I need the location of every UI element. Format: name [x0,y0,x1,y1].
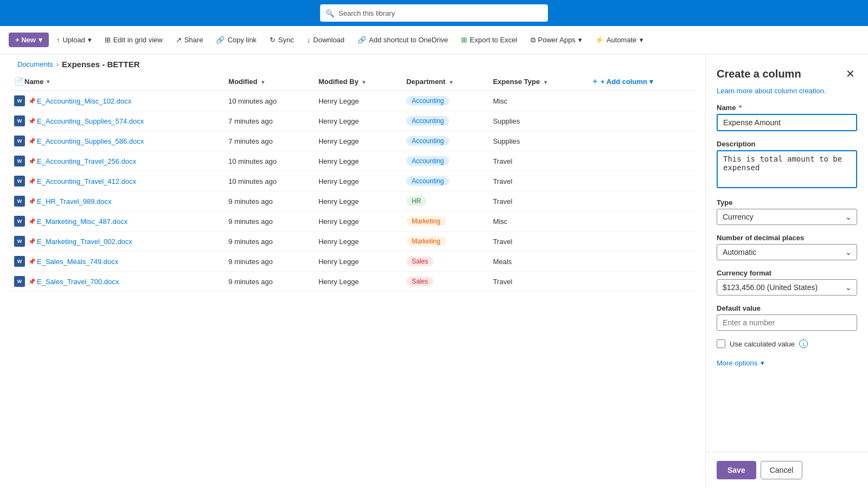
calculated-value-group: Use calculated value i [717,339,857,348]
col-header-name[interactable]: 📄 Name ▾ [9,72,223,91]
power-apps-button[interactable]: ⧉ Power Apps ▾ [525,33,588,48]
modified-by-cell: Henry Legge [313,91,401,111]
modified-cell: 10 minutes ago [223,151,313,171]
new-button[interactable]: + New ▾ [9,33,49,47]
add-shortcut-button[interactable]: 🔗 Add shortcut to OneDrive [352,33,454,47]
default-value-input[interactable] [717,314,857,331]
col-header-department[interactable]: Department ▾ [401,72,488,91]
file-name-link[interactable]: E_Accounting_Misc_102.docx [37,97,131,105]
empty-cell [586,232,697,252]
copy-link-button[interactable]: 🔗 Copy link [210,33,261,47]
automate-button[interactable]: ⚡ Automate ▾ [590,33,649,47]
cancel-button[interactable]: Cancel [761,461,803,479]
file-name-link[interactable]: E_Sales_Meals_749.docx [37,258,118,266]
save-button[interactable]: Save [717,461,756,479]
department-cell: Marketing [401,232,488,252]
table-row: W 📌 E_Accounting_Misc_102.docx 10 minute… [9,91,697,111]
file-name-link[interactable]: E_Accounting_Supplies_574.docx [37,117,144,125]
type-form-group: Type Currency Single line of text Multip… [717,198,857,225]
expense-type-cell: Travel [488,232,586,252]
col-header-add-column[interactable]: ＋ + Add column ▾ [586,72,697,91]
empty-cell [586,211,697,232]
department-badge: Accounting [406,176,449,186]
col-header-expense-type[interactable]: Expense Type ▾ [488,72,586,91]
chevron-down-icon: ▾ [39,36,42,44]
panel-learn-more-link[interactable]: Learn more about column creation. [706,87,868,104]
type-label: Type [717,198,857,207]
calculated-value-checkbox[interactable] [717,339,725,348]
file-table: 📄 Name ▾ Modified ▾ Modified By ▾ [9,72,697,292]
share-icon: ↗ [176,36,182,44]
empty-cell [586,252,697,272]
table-row: W 📌 E_Accounting_Travel_412.docx 10 minu… [9,171,697,191]
col-header-modified[interactable]: Modified ▾ [223,72,313,91]
department-badge: HR [406,196,426,206]
more-options-toggle[interactable]: More options ▾ [717,357,857,369]
department-badge: Accounting [406,156,449,166]
default-value-label: Default value [717,304,857,312]
department-cell: Accounting [401,91,488,111]
expense-type-cell: Supplies [488,131,586,151]
info-icon[interactable]: i [799,339,808,348]
currency-format-select[interactable]: $123,456.00 (United States) €123.456,00 … [717,279,857,296]
panel-header: Create a column ✕ [706,54,868,87]
export-excel-button[interactable]: ⊞ Export to Excel [456,33,522,47]
pin-icon: 📌 [28,158,36,165]
file-name-link[interactable]: E_Accounting_Supplies_586.docx [37,137,144,145]
download-button[interactable]: ↓ Download [302,33,350,47]
type-select[interactable]: Currency Single line of text Multiple li… [717,209,857,225]
table-row: W 📌 E_Accounting_Travel_256.docx 10 minu… [9,151,697,171]
side-panel: Create a column ✕ Learn more about colum… [705,54,868,488]
word-doc-icon: W [14,216,25,227]
sort-icon-expense: ▾ [544,79,547,85]
pin-icon: 📌 [28,218,36,225]
power-apps-icon: ⧉ [531,36,535,44]
description-form-group: Description This is total amount to be e… [717,140,857,190]
col-header-modified-by[interactable]: Modified By ▾ [313,72,401,91]
excel-icon: ⊞ [461,36,467,44]
decimal-select-wrapper: Automatic 0 1 2 3 4 5 [717,244,857,260]
file-name-link[interactable]: E_Sales_Travel_700.docx [37,278,119,286]
description-textarea[interactable]: This is total amount to be expensed [717,150,857,188]
search-container[interactable]: 🔍 Search this library [320,4,548,22]
expense-type-cell: Supplies [488,111,586,131]
add-column-button[interactable]: ＋ + Add column ▾ [591,76,691,86]
word-doc-icon: W [14,115,25,126]
chevron-down-icon-pa: ▾ [578,36,582,44]
pin-icon: 📌 [28,178,36,185]
breadcrumb-separator: › [56,60,59,68]
decimal-select[interactable]: Automatic 0 1 2 3 4 5 [717,244,857,260]
top-bar: 🔍 Search this library [0,0,868,26]
modified-by-cell: Henry Legge [313,191,401,211]
upload-button[interactable]: ↑ Upload ▾ [51,33,97,47]
required-indicator: * [737,104,742,112]
file-name-link[interactable]: E_HR_Travel_989.docx [37,197,112,206]
word-doc-icon: W [14,95,25,106]
modified-by-cell: Henry Legge [313,111,401,131]
decimal-label: Number of decimal places [717,234,857,242]
file-name-link[interactable]: E_Accounting_Travel_256.docx [37,157,136,165]
department-cell: Sales [401,252,488,272]
department-cell: Accounting [401,151,488,171]
shortcut-icon: 🔗 [358,36,366,44]
file-name-link[interactable]: E_Accounting_Travel_412.docx [37,177,136,185]
empty-cell [586,131,697,151]
department-badge: Marketing [406,236,446,246]
automate-icon: ⚡ [595,36,604,44]
modified-cell: 9 minutes ago [223,191,313,211]
edit-grid-button[interactable]: ⊞ Edit in grid view [99,33,168,47]
department-badge: Accounting [406,116,449,126]
file-name-link[interactable]: E_Marketing_Travel_002.docx [37,237,132,246]
breadcrumb-parent[interactable]: Documents [17,60,53,68]
sync-button[interactable]: ↻ Sync [264,33,299,47]
panel-close-button[interactable]: ✕ [844,65,857,82]
file-name-link[interactable]: E_Marketing_Misc_487.docx [37,217,127,226]
share-button[interactable]: ↗ Share [170,33,209,47]
word-doc-icon: W [14,176,25,187]
pin-icon: 📌 [28,238,36,245]
download-icon: ↓ [307,36,311,44]
modified-by-cell: Henry Legge [313,131,401,151]
name-input[interactable] [717,114,857,131]
table-row: W 📌 E_Sales_Meals_749.docx 9 minutes ago… [9,252,697,272]
department-badge: Accounting [406,96,449,106]
